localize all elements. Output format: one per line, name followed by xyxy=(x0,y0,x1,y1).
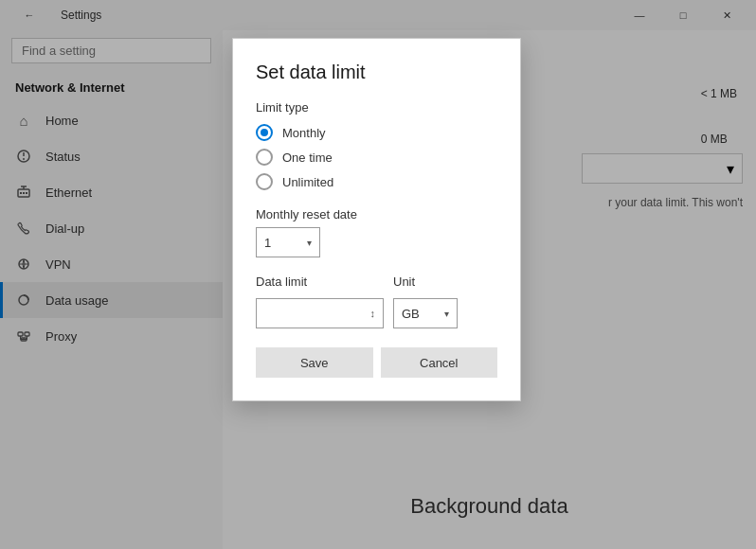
radio-monthly-label: Monthly xyxy=(282,126,326,140)
radio-one-time-label: One time xyxy=(282,151,333,165)
radio-monthly-circle xyxy=(256,124,273,141)
save-label: Save xyxy=(300,356,329,370)
radio-unlimited[interactable]: Unlimited xyxy=(256,173,497,190)
data-limit-label: Data limit xyxy=(256,274,384,289)
save-button[interactable]: Save xyxy=(256,347,373,378)
cancel-label: Cancel xyxy=(420,356,458,370)
dialog-footer: Save Cancel xyxy=(256,347,497,378)
radio-one-time-circle xyxy=(256,149,273,166)
radio-unlimited-circle xyxy=(256,173,273,190)
set-data-limit-dialog: Set data limit Limit type Monthly One ti… xyxy=(232,38,521,401)
limit-type-label: Limit type xyxy=(256,100,497,115)
data-limit-row: Data limit ↕ Unit GB ▾ xyxy=(256,274,497,328)
radio-monthly[interactable]: Monthly xyxy=(256,124,497,141)
reset-date-label: Monthly reset date xyxy=(256,207,497,221)
dialog-title: Set data limit xyxy=(256,62,497,83)
radio-one-time[interactable]: One time xyxy=(256,149,497,166)
unit-select[interactable]: GB ▾ xyxy=(393,298,458,328)
data-limit-col: Data limit ↕ xyxy=(256,274,384,328)
unit-label: Unit xyxy=(393,274,458,289)
unit-col: Unit GB ▾ xyxy=(393,274,458,328)
reset-date-select[interactable]: 1 ▾ xyxy=(256,227,320,257)
radio-unlimited-label: Unlimited xyxy=(282,175,333,189)
unit-value: GB xyxy=(402,307,420,321)
unit-chevron-icon: ▾ xyxy=(444,309,449,319)
reset-date-value: 1 xyxy=(264,236,271,250)
radio-group: Monthly One time Unlimited xyxy=(256,124,497,190)
stepper-icon: ↕ xyxy=(370,308,376,319)
cancel-button[interactable]: Cancel xyxy=(381,347,498,378)
reset-date-chevron-icon: ▾ xyxy=(307,238,312,248)
data-limit-input[interactable]: ↕ xyxy=(256,298,384,328)
dialog-overlay: Set data limit Limit type Monthly One ti… xyxy=(0,0,756,549)
